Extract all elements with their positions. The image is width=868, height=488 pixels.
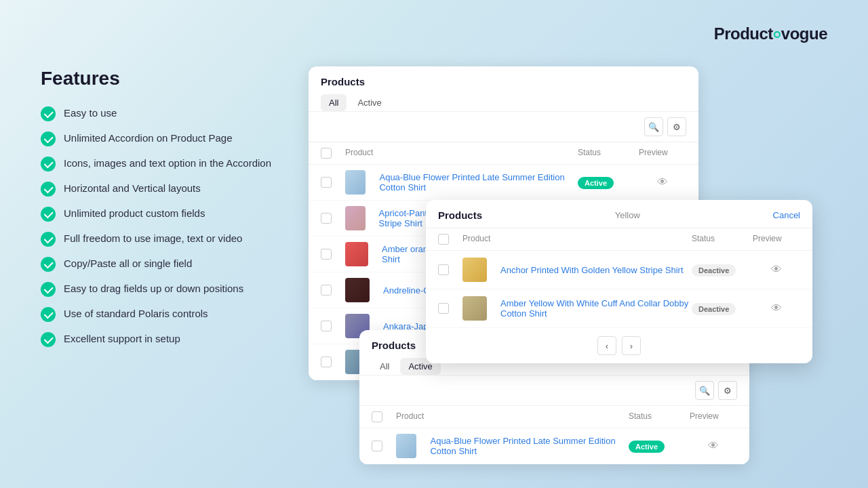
preview-icon[interactable]: 👁 — [753, 302, 800, 314]
preview-icon[interactable]: 👁 — [690, 440, 737, 452]
check-icon — [41, 282, 56, 297]
product-thumbnail — [345, 206, 366, 230]
next-page-button[interactable]: › — [622, 336, 641, 355]
product-link[interactable]: Anchor Printed With Golden Yellow Stripe… — [500, 265, 684, 275]
row-checkbox[interactable] — [321, 249, 345, 260]
feature-item: Icons, images and text option in the Acc… — [41, 156, 298, 171]
bottom-table-header: Product Status Preview — [359, 406, 749, 428]
table-row: Aqua-Blue Flower Printed Late Summer Edi… — [309, 165, 698, 201]
product-link[interactable]: Amber Yellow With White Cuff And Collar … — [500, 298, 692, 319]
search-button[interactable]: 🔍 — [644, 117, 663, 136]
features-section: Features Easy to use Unlimited Accordion… — [41, 68, 298, 357]
row-checkbox[interactable] — [438, 303, 462, 314]
main-panel-title: Products — [321, 76, 686, 87]
feature-text: Icons, images and text option in the Acc… — [64, 156, 271, 171]
product-thumbnail — [345, 170, 366, 195]
row-checkbox[interactable] — [372, 441, 396, 451]
header-status: Status — [578, 148, 639, 159]
modal-header-preview: Preview — [753, 234, 800, 245]
main-panel-toolbar: 🔍 ⚙ — [309, 112, 698, 142]
product-cell: Aqua-Blue Flower Printed Late Summer Edi… — [396, 434, 629, 458]
modal-header-checkbox — [438, 234, 462, 245]
feature-text: Use of standard Polaris controls — [64, 306, 208, 322]
status-cell: Deactive — [692, 264, 753, 276]
logo-prefix: Product — [714, 24, 773, 43]
logo: Productvogue — [714, 24, 827, 43]
bottom-header-product: Product — [396, 411, 629, 422]
status-cell: Active — [578, 176, 639, 188]
tab-active[interactable]: Active — [349, 94, 389, 111]
bottom-header-checkbox — [372, 411, 396, 422]
feature-item: Copy/Paste all or single field — [41, 256, 298, 272]
row-checkbox[interactable] — [321, 213, 345, 224]
preview-icon[interactable]: 👁 — [753, 264, 800, 276]
check-icon — [41, 307, 56, 322]
feature-item: Easy to drag fields up or down positions — [41, 281, 298, 297]
tab-all[interactable]: All — [321, 94, 347, 111]
row-checkbox[interactable] — [321, 357, 345, 367]
bottom-search-button[interactable]: 🔍 — [695, 381, 714, 400]
table-row: Aqua-Blue Flower Printed Late Summer Edi… — [359, 428, 749, 464]
feature-text: Excellent support in setup — [64, 331, 180, 347]
header-checkbox — [321, 148, 345, 159]
product-thumbnail — [462, 258, 487, 282]
status-badge: Active — [578, 177, 614, 189]
modal-header-product: Product — [462, 234, 692, 245]
modal-header: Products Yellow Cancel — [426, 200, 812, 228]
product-thumbnail — [462, 296, 487, 321]
product-cell: Amber Yellow With White Cuff And Collar … — [462, 296, 692, 321]
product-link[interactable]: Aqua-Blue Flower Printed Late Summer Edi… — [430, 436, 629, 456]
status-badge: Deactive — [692, 303, 736, 315]
modal-table-header: Product Status Preview — [426, 228, 812, 251]
feature-item: Use of standard Polaris controls — [41, 306, 298, 322]
products-modal: Products Yellow Cancel Product Status Pr… — [426, 200, 812, 363]
modal-header-status: Status — [692, 234, 753, 245]
product-link[interactable]: Aqua-Blue Flower Printed Late Summer Edi… — [379, 172, 578, 192]
check-icon — [41, 232, 56, 247]
row-checkbox[interactable] — [321, 285, 345, 296]
product-thumbnail — [396, 434, 416, 458]
row-checkbox[interactable] — [321, 321, 345, 331]
main-panel-tabs: All Active — [321, 94, 686, 111]
check-icon — [41, 131, 56, 146]
main-panel-header: Products All Active — [309, 66, 698, 112]
status-cell: Active — [629, 440, 690, 452]
feature-text: Horizontal and Vertical layouts — [64, 181, 201, 197]
bottom-panel-toolbar: 🔍 ⚙ — [359, 375, 749, 406]
logo-suffix: vogue — [781, 24, 827, 43]
feature-item: Full freedom to use image, text or video — [41, 231, 298, 247]
bottom-header-status: Status — [629, 411, 690, 422]
product-thumbnail — [345, 242, 368, 266]
main-table-header: Product Status Preview — [309, 142, 698, 165]
features-list: Easy to use Unlimited Accordion on Produ… — [41, 106, 298, 347]
bottom-tab-all[interactable]: All — [372, 358, 397, 375]
modal-search[interactable]: Yellow — [615, 210, 640, 220]
status-badge: Active — [629, 441, 665, 453]
check-icon — [41, 332, 56, 347]
status-cell: Deactive — [692, 302, 753, 314]
cancel-button[interactable]: Cancel — [773, 210, 800, 220]
feature-item: Horizontal and Vertical layouts — [41, 181, 298, 197]
feature-item: Excellent support in setup — [41, 331, 298, 347]
feature-text: Unlimited product custom fields — [64, 206, 205, 222]
feature-text: Easy to use — [64, 106, 117, 121]
row-checkbox[interactable] — [438, 264, 462, 275]
modal-product-rows: Anchor Printed With Golden Yellow Stripe… — [426, 251, 812, 328]
table-row: Amber Yellow With White Cuff And Collar … — [426, 289, 812, 328]
bottom-header-preview: Preview — [690, 411, 737, 422]
preview-icon[interactable]: 👁 — [639, 176, 686, 188]
filter-button[interactable]: ⚙ — [667, 117, 686, 136]
table-row: Anchor Printed With Golden Yellow Stripe… — [426, 251, 812, 289]
feature-item: Unlimited product custom fields — [41, 206, 298, 222]
feature-text: Full freedom to use image, text or video — [64, 231, 242, 247]
prev-page-button[interactable]: ‹ — [597, 336, 616, 355]
row-checkbox[interactable] — [321, 177, 345, 188]
logo-icon — [774, 31, 781, 38]
bottom-filter-button[interactable]: ⚙ — [718, 381, 737, 400]
check-icon — [41, 157, 56, 171]
feature-item: Unlimited Accordion on Product Page — [41, 131, 298, 146]
bottom-product-rows: Aqua-Blue Flower Printed Late Summer Edi… — [359, 428, 749, 464]
feature-item: Easy to use — [41, 106, 298, 121]
header-preview: Preview — [639, 148, 686, 159]
feature-text: Easy to drag fields up or down positions — [64, 281, 243, 297]
